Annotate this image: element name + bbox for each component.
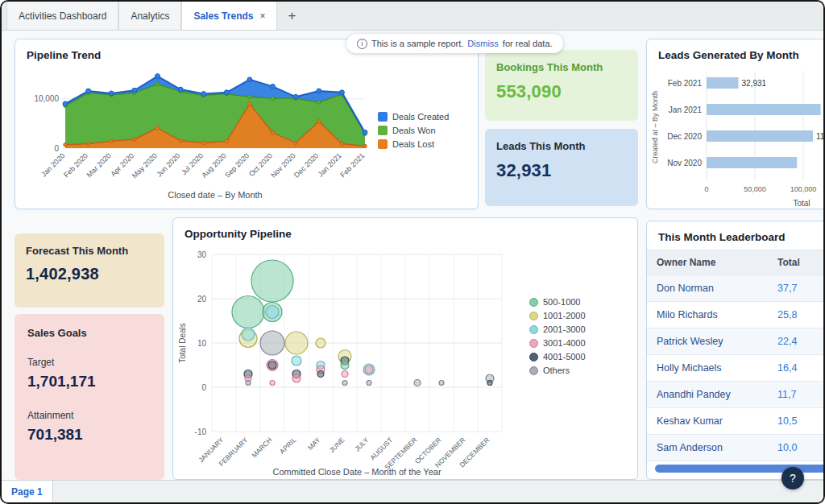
banner-suffix: for real data. xyxy=(503,39,553,48)
svg-text:Total: Total xyxy=(793,199,810,208)
target-label: Target xyxy=(27,357,151,368)
svg-text:30: 30 xyxy=(197,250,207,259)
svg-text:100,000: 100,000 xyxy=(790,185,817,193)
opportunity-pipeline-card: Opportunity Pipeline -100102030JANUARYFE… xyxy=(172,217,638,480)
page-tab[interactable]: Page 1 xyxy=(2,481,53,502)
legend-label: 2001-3000 xyxy=(543,324,586,334)
target-value: 1,701,171 xyxy=(27,373,151,390)
legend-swatch-icon xyxy=(529,339,538,348)
owner-name-cell: Sam Anderson xyxy=(647,435,768,461)
table-row[interactable]: Sam Anderson10,0 xyxy=(647,435,825,461)
total-cell: 11,7 xyxy=(768,382,825,408)
legend-label: 3001-4000 xyxy=(543,338,586,348)
svg-text:Created at – By Month: Created at – By Month xyxy=(651,91,659,163)
svg-text:JULY: JULY xyxy=(353,436,371,453)
tab-label: Analytics xyxy=(131,10,169,22)
sales-goals-title: Sales Goals xyxy=(27,327,151,339)
svg-text:0: 0 xyxy=(201,383,206,392)
owner-name-cell: Don Norman xyxy=(647,275,768,302)
bookings-card: Bookings This Month 553,090 xyxy=(485,50,638,121)
forecast-title: Forecast This Month xyxy=(26,245,153,257)
table-row[interactable]: Don Norman37,7 xyxy=(647,275,825,302)
svg-text:Committed Close Date – Month o: Committed Close Date – Month of the Year xyxy=(272,467,441,477)
leads-by-month-chart: 050,000100,000Feb 202132,931Jan 2021118,… xyxy=(650,64,825,211)
attainment-value: 701,381 xyxy=(27,426,151,444)
svg-text:Nov 2020: Nov 2020 xyxy=(667,159,702,167)
legend-item: 4001-5000 xyxy=(529,352,626,361)
legend-label: Others xyxy=(543,366,570,375)
leaderboard-card: This Month Leaderboard Owner NameTotalDo… xyxy=(646,221,825,480)
opportunity-pipeline-chart: -100102030JANUARYFEBRUARYMARCHAPRILMAYJU… xyxy=(175,243,529,478)
table-row[interactable]: Milo Richards25,8 xyxy=(647,302,825,328)
column-header: Owner Name xyxy=(647,250,768,275)
svg-text:Jun 2020: Jun 2020 xyxy=(155,151,181,178)
leads-this-month-value: 32,931 xyxy=(496,160,627,181)
total-cell: 37,7 xyxy=(768,275,825,302)
svg-text:Feb 2021: Feb 2021 xyxy=(668,79,703,88)
bookings-value: 553,090 xyxy=(496,81,627,102)
leads-generated-card: Leads Generated By Month 050,000100,000F… xyxy=(646,39,825,209)
opportunity-pipeline-title: Opportunity Pipeline xyxy=(173,218,637,243)
leads-generated-title: Leads Generated By Month xyxy=(647,39,825,64)
svg-text:Sep 2020: Sep 2020 xyxy=(223,151,251,179)
svg-text:10,000: 10,000 xyxy=(34,94,59,103)
legend-label: 500-1000 xyxy=(543,297,581,307)
owner-name-cell: Keshav Kumar xyxy=(647,408,768,435)
svg-text:Mar 2020: Mar 2020 xyxy=(85,151,113,179)
svg-text:Jan 2021: Jan 2021 xyxy=(669,105,703,114)
bookings-title: Bookings This Month xyxy=(496,61,627,73)
owner-name-cell: Holly Michaels xyxy=(647,355,768,382)
legend-swatch-icon xyxy=(529,312,538,320)
svg-text:APRIL: APRIL xyxy=(278,436,298,456)
svg-text:JUNE: JUNE xyxy=(328,436,346,454)
svg-text:Dec 2020: Dec 2020 xyxy=(667,132,702,141)
table-header-row: Owner NameTotal xyxy=(647,250,825,275)
app-window: Activities DashboardAnalyticsSales Trend… xyxy=(0,0,825,504)
tab-bar: Activities DashboardAnalyticsSales Trend… xyxy=(2,2,823,31)
legend-label: 4001-5000 xyxy=(543,352,586,361)
svg-text:20: 20 xyxy=(197,295,207,304)
legend-item: Others xyxy=(529,366,626,375)
tab-activities-dashboard[interactable]: Activities Dashboard xyxy=(6,2,118,30)
svg-text:50,000: 50,000 xyxy=(744,185,766,193)
legend-swatch-icon xyxy=(378,139,388,149)
table-row[interactable]: Holly Michaels16,4 xyxy=(647,355,825,382)
tab-analytics[interactable]: Analytics xyxy=(118,2,181,30)
leaderboard-title: This Month Leaderboard xyxy=(647,221,825,246)
legend-label: Deals Won xyxy=(392,126,436,135)
table-row[interactable]: Anandhi Pandey11,7 xyxy=(647,382,825,408)
forecast-value: 1,402,938 xyxy=(26,265,153,283)
owner-name-cell: Milo Richards xyxy=(647,302,768,328)
legend-label: Deals Lost xyxy=(392,139,434,149)
svg-text:-10: -10 xyxy=(195,428,207,436)
new-tab-button[interactable]: + xyxy=(277,2,306,30)
svg-text:MAY: MAY xyxy=(306,436,322,452)
banner-text: This is a sample report. xyxy=(371,39,463,48)
tabs-container: Activities DashboardAnalyticsSales Trend… xyxy=(6,2,277,30)
dismiss-link[interactable]: Dismiss xyxy=(467,39,499,48)
tab-close-icon[interactable]: × xyxy=(259,10,265,22)
legend-swatch-icon xyxy=(529,298,538,307)
attainment-label: Attainment xyxy=(27,410,151,421)
legend-swatch-icon xyxy=(529,325,538,334)
leads-this-month-title: Leads This Month xyxy=(496,140,627,152)
tab-sales-trends[interactable]: Sales Trends× xyxy=(181,2,277,30)
total-cell: 22,4 xyxy=(768,328,825,355)
table-row[interactable]: Keshav Kumar10,5 xyxy=(647,408,825,435)
total-cell: 10,5 xyxy=(768,408,825,435)
legend-item: 1001-2000 xyxy=(529,311,626,320)
opportunity-legend: 500-10001001-20002001-30003001-40004001-… xyxy=(529,293,626,478)
total-cell: 10,0 xyxy=(768,435,825,461)
table-row[interactable]: Patrick Wesley22,4 xyxy=(647,328,825,355)
help-button[interactable]: ? xyxy=(781,467,804,490)
legend-swatch-icon xyxy=(529,366,538,375)
total-cell: 16,4 xyxy=(768,355,825,382)
svg-text:May 2020: May 2020 xyxy=(131,151,159,180)
svg-text:MARCH: MARCH xyxy=(250,436,273,459)
svg-text:0: 0 xyxy=(54,144,59,153)
forecast-card: Forecast This Month 1,402,938 xyxy=(15,233,164,308)
sales-goals-card: Sales Goals Target 1,701,171 Attainment … xyxy=(15,314,164,480)
legend-label: 1001-2000 xyxy=(543,311,586,320)
svg-text:Total Deals: Total Deals xyxy=(178,323,187,362)
pipeline-trend-chart: 010,000Jan 2020Feb 2020Mar 2020Apr 2020M… xyxy=(17,64,378,203)
